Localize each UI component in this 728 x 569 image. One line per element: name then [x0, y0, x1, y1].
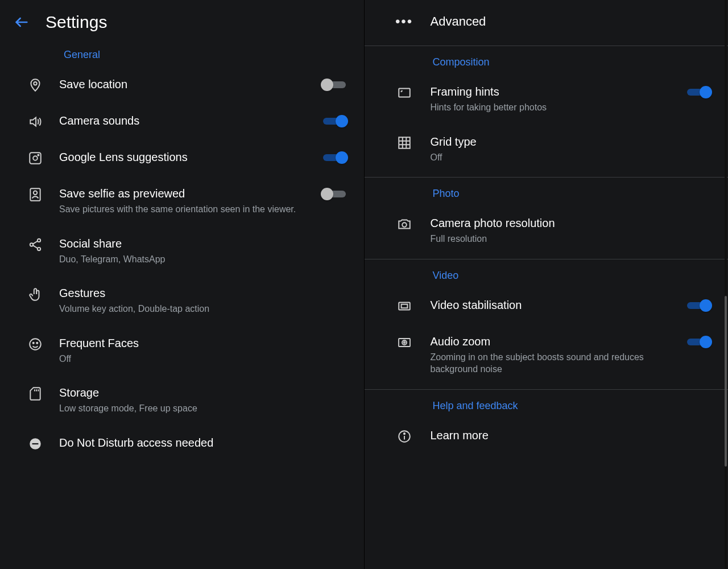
- grid-icon: [378, 134, 431, 150]
- dnd-label: Do Not Disturb access needed: [59, 435, 348, 450]
- camera-icon: [378, 216, 431, 232]
- video-stab-icon: [378, 298, 431, 314]
- info-icon: [378, 428, 431, 444]
- row-audio-zoom[interactable]: Audio zoom Zooming in on the subject boo…: [365, 324, 729, 386]
- row-frequent-faces[interactable]: Frequent Faces Off: [0, 325, 364, 376]
- row-storage[interactable]: Storage Low storage mode, Free up space: [0, 375, 364, 425]
- scrollbar-thumb[interactable]: [725, 296, 727, 467]
- svg-point-12: [30, 339, 41, 350]
- save-selfie-desc: Save pictures with the same orientation …: [59, 203, 298, 216]
- svg-point-1: [34, 82, 36, 85]
- row-dnd[interactable]: Do Not Disturb access needed: [0, 425, 364, 461]
- section-composition-label: Composition: [365, 50, 729, 74]
- save-location-label: Save location: [59, 77, 314, 92]
- svg-rect-27: [399, 302, 410, 310]
- grid-type-label: Grid type: [431, 134, 713, 149]
- svg-rect-21: [399, 137, 410, 149]
- save-selfie-toggle[interactable]: [321, 187, 348, 201]
- location-pin-icon: [11, 77, 59, 93]
- svg-point-30: [402, 340, 407, 345]
- gestures-label: Gestures: [59, 286, 348, 300]
- svg-point-6: [34, 191, 38, 195]
- svg-point-13: [33, 343, 34, 344]
- svg-point-14: [36, 343, 38, 344]
- svg-point-26: [402, 222, 407, 227]
- frequent-faces-desc: Off: [59, 353, 298, 365]
- section-video-label: Video: [365, 263, 729, 287]
- section-help-label: Help and feedback: [365, 393, 729, 418]
- dnd-icon: [11, 435, 59, 451]
- svg-rect-29: [399, 339, 410, 347]
- gesture-icon: [11, 286, 59, 302]
- settings-pane-general: Settings General Save location Camera so…: [0, 0, 364, 569]
- audio-zoom-toggle[interactable]: [685, 335, 712, 349]
- selfie-icon: [11, 186, 59, 202]
- save-location-toggle[interactable]: [321, 78, 348, 92]
- row-save-selfie[interactable]: Save selfie as previewed Save pictures w…: [0, 176, 364, 226]
- camera-sounds-label: Camera sounds: [59, 113, 314, 128]
- settings-screen: Settings General Save location Camera so…: [0, 0, 728, 569]
- row-video-stab[interactable]: Video stabilisation: [365, 287, 729, 324]
- row-camera-sounds[interactable]: Camera sounds: [0, 103, 364, 139]
- social-share-label: Social share: [59, 236, 348, 251]
- google-lens-label: Google Lens suggestions: [59, 150, 314, 164]
- gestures-desc: Volume key action, Double-tap action: [59, 303, 298, 315]
- row-grid-type[interactable]: Grid type Off: [365, 124, 729, 174]
- more-horizontal-icon: •••: [378, 14, 431, 30]
- row-photo-resolution[interactable]: Camera photo resolution Full resolution: [365, 205, 729, 255]
- framing-hints-toggle[interactable]: [685, 85, 712, 99]
- svg-point-4: [38, 155, 39, 156]
- settings-pane-advanced: ••• Advanced Composition Framing hints H…: [364, 0, 729, 569]
- section-general-label: General: [0, 42, 364, 67]
- divider: [365, 177, 729, 178]
- sd-card-icon: [11, 385, 59, 401]
- divider: [365, 259, 729, 259]
- page-title: Settings: [46, 13, 107, 32]
- settings-header: Settings: [0, 0, 364, 42]
- photo-resolution-desc: Full resolution: [431, 233, 669, 245]
- framing-hints-desc: Hints for taking better photos: [431, 101, 669, 114]
- audio-zoom-desc: Zooming in on the subject boosts sound a…: [431, 351, 669, 376]
- framing-hints-label: Framing hints: [431, 84, 679, 99]
- advanced-header[interactable]: ••• Advanced: [365, 0, 729, 42]
- storage-label: Storage: [59, 385, 348, 400]
- lens-icon: [11, 150, 59, 166]
- learn-more-label: Learn more: [431, 428, 713, 443]
- video-stab-label: Video stabilisation: [431, 298, 679, 312]
- grid-type-desc: Off: [431, 151, 669, 164]
- advanced-title: Advanced: [431, 14, 486, 29]
- divider: [365, 46, 729, 46]
- svg-rect-28: [401, 304, 407, 308]
- storage-desc: Low storage mode, Free up space: [59, 402, 298, 415]
- svg-point-34: [403, 433, 404, 434]
- sound-icon: [11, 113, 59, 129]
- svg-point-31: [403, 341, 405, 343]
- svg-point-3: [33, 156, 38, 160]
- row-save-location[interactable]: Save location: [0, 67, 364, 103]
- photo-resolution-label: Camera photo resolution: [431, 216, 713, 230]
- google-lens-toggle[interactable]: [321, 151, 348, 164]
- scrollbar[interactable]: [725, 0, 727, 569]
- svg-rect-20: [399, 88, 410, 97]
- back-arrow-icon[interactable]: [14, 14, 30, 30]
- svg-line-11: [33, 245, 38, 248]
- face-icon: [11, 336, 59, 352]
- social-share-desc: Duo, Telegram, WhatsApp: [59, 253, 298, 266]
- row-google-lens[interactable]: Google Lens suggestions: [0, 139, 364, 176]
- section-photo-label: Photo: [365, 181, 729, 205]
- audio-zoom-icon: [378, 334, 431, 350]
- share-icon: [11, 236, 59, 252]
- svg-line-10: [33, 241, 38, 244]
- row-social-share[interactable]: Social share Duo, Telegram, WhatsApp: [0, 226, 364, 276]
- row-framing-hints[interactable]: Framing hints Hints for taking better ph…: [365, 74, 729, 124]
- audio-zoom-label: Audio zoom: [431, 334, 679, 349]
- video-stab-toggle[interactable]: [685, 299, 712, 312]
- row-learn-more[interactable]: Learn more: [365, 418, 729, 454]
- divider: [365, 389, 729, 390]
- camera-sounds-toggle[interactable]: [321, 114, 348, 128]
- row-gestures[interactable]: Gestures Volume key action, Double-tap a…: [0, 275, 364, 325]
- save-selfie-label: Save selfie as previewed: [59, 186, 314, 201]
- svg-rect-19: [32, 443, 39, 444]
- framing-icon: [378, 84, 431, 100]
- frequent-faces-label: Frequent Faces: [59, 336, 348, 351]
